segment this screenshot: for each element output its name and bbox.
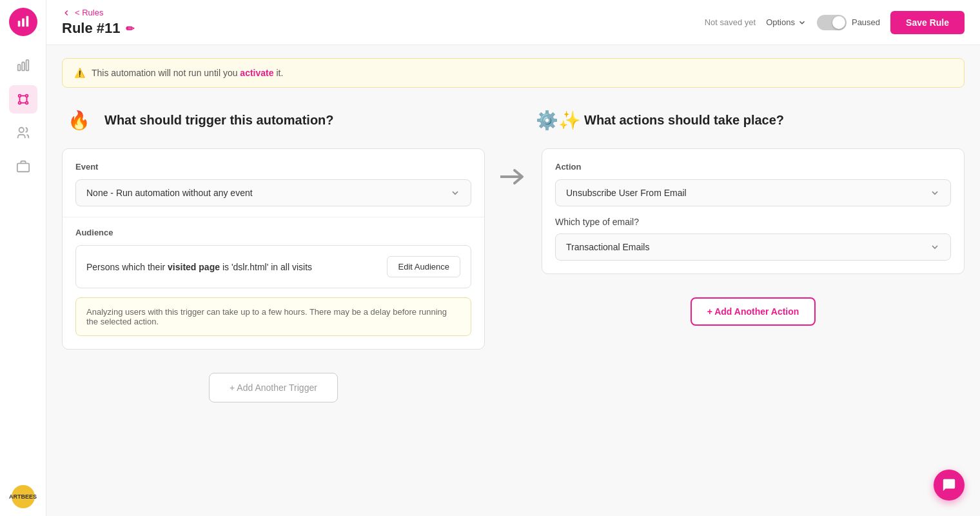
add-another-trigger-button[interactable]: + Add Another Trigger [209,373,338,402]
chat-bubble[interactable] [934,470,965,501]
audience-box: Persons which their visited page is 'dsl… [75,245,471,288]
sidebar-item-users[interactable] [9,119,37,147]
svg-rect-4 [22,63,24,71]
svg-rect-0 [17,21,20,26]
page-title: Rule #11 ✏ [62,20,134,37]
warning-text: This automation will not run until you a… [92,68,283,78]
sidebar: ARTBEES [0,0,46,516]
which-type-label: Which type of email? [555,217,951,227]
trigger-card: Event None - Run automation without any … [62,148,485,350]
app-logo[interactable] [9,8,37,36]
action-card: Action Unsubscribe User From Email Which… [542,148,965,274]
svg-point-8 [18,102,21,104]
paused-toggle-wrapper: Paused [817,15,880,30]
action-column: ⚙️✨ What actions should take place? Acti… [542,103,965,326]
header: < Rules Rule #11 ✏ Not saved yet Options… [46,0,980,45]
header-actions: Not saved yet Options Paused Save Rule [705,11,965,34]
edit-audience-button[interactable]: Edit Audience [387,256,460,277]
two-col-layout: 🔥 What should trigger this automation? E… [62,103,965,402]
save-rule-button[interactable]: Save Rule [890,11,965,34]
sidebar-bottom: ARTBEES [12,485,35,508]
warning-icon: ⚠️ [74,68,85,78]
sidebar-item-analytics[interactable] [9,52,37,80]
main-content: < Rules Rule #11 ✏ Not saved yet Options… [46,0,980,516]
audience-text: Persons which their visited page is 'dsl… [86,262,312,272]
trigger-column: 🔥 What should trigger this automation? E… [62,103,485,402]
not-saved-label: Not saved yet [705,17,756,27]
svg-point-9 [25,102,28,104]
breadcrumb[interactable]: < Rules [62,8,134,17]
options-button[interactable]: Options [766,17,807,27]
delay-notice: Analyzing users with this trigger can ta… [75,297,471,336]
svg-point-7 [25,95,28,97]
toggle-label: Paused [852,17,880,27]
trigger-icon: 🔥 [62,103,95,137]
arrow-separator [500,103,526,186]
email-type-select[interactable]: Transactional Emails [555,233,951,261]
add-another-action-button[interactable]: + Add Another Action [691,297,816,326]
svg-rect-5 [26,60,28,71]
trigger-title: What should trigger this automation? [104,113,334,128]
svg-rect-15 [17,163,28,172]
warning-banner: ⚠️ This automation will not run until yo… [62,58,965,88]
user-avatar[interactable]: ARTBEES [12,485,35,508]
paused-toggle[interactable] [817,15,847,30]
audience-label: Audience [75,228,471,237]
svg-point-14 [19,128,23,132]
sidebar-item-products[interactable] [9,152,37,181]
page-content: ⚠️ This automation will not run until yo… [46,45,980,516]
activate-link[interactable]: activate [240,68,273,78]
action-label: Action [555,162,951,172]
edit-title-icon[interactable]: ✏ [126,23,134,35]
action-title: What actions should take place? [584,113,784,128]
action-select[interactable]: Unsubscribe User From Email [555,179,951,206]
card-divider [63,217,484,217]
svg-rect-1 [22,19,24,27]
sidebar-item-automations[interactable] [9,85,37,114]
arrow-icon [500,168,526,186]
svg-rect-2 [26,16,28,27]
event-label: Event [75,162,471,172]
svg-point-6 [18,95,21,97]
toggle-knob [832,16,845,29]
action-icon: ⚙️✨ [542,103,575,137]
trigger-heading: 🔥 What should trigger this automation? [62,103,485,137]
action-heading: ⚙️✨ What actions should take place? [542,103,965,137]
svg-rect-3 [17,64,20,70]
event-select[interactable]: None - Run automation without any event [75,179,471,206]
